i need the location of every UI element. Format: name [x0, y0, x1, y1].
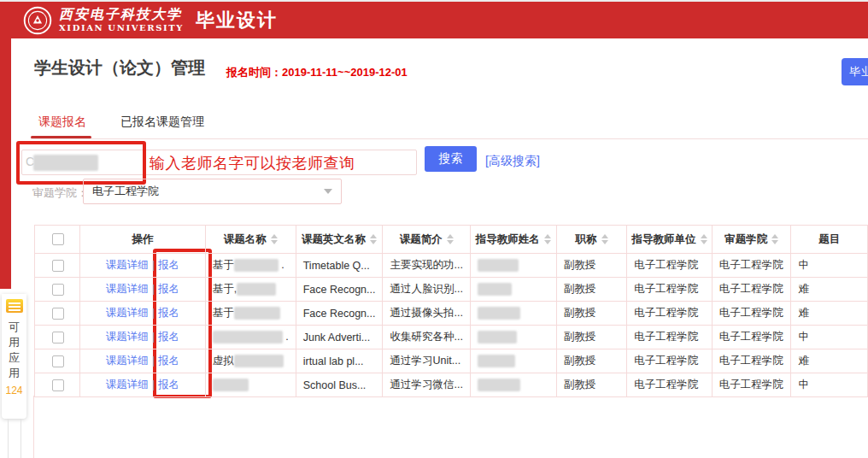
difficulty-cell: 中	[791, 326, 868, 349]
table-row: 课题详细|报名基于 .Timetable Q...主要实现的功...副教授电子工…	[35, 254, 868, 278]
teacher-name-cell	[470, 254, 556, 278]
corner-clipped-button[interactable]: 毕业	[842, 58, 868, 85]
tab-registered-topics[interactable]: 已报名课题管理	[120, 114, 204, 130]
review-college-cell: 电子工程学院	[712, 373, 791, 397]
topic-en-name-cell: Face Recogn...	[296, 302, 383, 326]
redacted-text	[478, 259, 519, 272]
teacher-name-cell	[470, 349, 556, 373]
redacted-text	[478, 379, 520, 391]
topic-en-name-cell: School Bus...	[296, 373, 383, 397]
topic-en-name-cell: Junk Adverti...	[296, 326, 383, 349]
row-checkbox[interactable]	[52, 308, 64, 320]
redacted-text	[478, 355, 515, 367]
advanced-search-link[interactable]: [高级搜索]	[485, 154, 540, 169]
teacher-unit-cell: 电子工程学院	[627, 373, 713, 397]
topic-detail-link[interactable]: 课题详细	[106, 355, 149, 367]
table-row: 课题详细|报名School Bus...通过学习微信...副教授电子工程学院电子…	[35, 373, 868, 397]
teacher-title-cell: 副教授	[556, 326, 626, 349]
table-header-cell-3[interactable]: 课题英文名称	[296, 226, 383, 254]
table-header-cell-9: 题目	[791, 226, 868, 254]
table-header-cell-7[interactable]: 指导教师单位	[627, 226, 713, 254]
table-header-cell-6[interactable]: 职称	[556, 226, 626, 254]
table-row: 课题详细|报名基于,Face Recogn...通过人脸识别...副教授电子工程…	[35, 278, 868, 302]
row-checkbox[interactable]	[52, 379, 64, 391]
redacted-text	[213, 379, 249, 391]
teacher-title-cell: 副教授	[556, 373, 626, 397]
sort-icon[interactable]	[771, 234, 778, 244]
link-separator: |	[152, 259, 155, 271]
topic-desc-cell: 通过学习微信...	[383, 373, 470, 397]
topic-name-cell: 基于,	[205, 278, 296, 302]
register-link[interactable]: 报名	[158, 355, 179, 367]
sort-icon[interactable]	[271, 234, 278, 244]
sort-icon[interactable]	[601, 234, 608, 244]
review-college-cell: 电子工程学院	[712, 254, 791, 278]
topic-name-cell: .	[205, 326, 296, 349]
link-separator: |	[152, 283, 155, 295]
topic-en-name-cell: Timetable Q...	[296, 254, 383, 278]
college-filter-value: 电子工程学院	[92, 184, 159, 199]
teacher-title-cell: 副教授	[556, 349, 626, 373]
link-separator: |	[152, 331, 155, 343]
select-all-checkbox[interactable]	[52, 233, 64, 245]
review-college-cell: 电子工程学院	[712, 278, 791, 302]
topic-detail-link[interactable]: 课题详细	[106, 283, 149, 295]
table-header-cell-8[interactable]: 审题学院	[712, 226, 791, 254]
teacher-title-cell: 副教授	[556, 278, 626, 302]
app-title: 毕业设计	[196, 8, 278, 33]
teacher-unit-cell: 电子工程学院	[627, 254, 713, 278]
page-title: 学生设计（论文）管理	[34, 56, 205, 79]
table-row: 课题详细|报名虚拟irtual lab pl...通过学习Unit...副教授电…	[35, 349, 868, 373]
register-link[interactable]: 报名	[158, 259, 179, 271]
available-apps-tab[interactable]: 可用应用 124	[2, 294, 26, 419]
tab-topic-registration[interactable]: 课题报名	[38, 114, 86, 130]
topic-desc-cell: 主要实现的功...	[383, 254, 470, 278]
row-checkbox[interactable]	[52, 260, 64, 272]
search-button[interactable]: 搜索	[425, 146, 477, 172]
redacted-text	[234, 307, 280, 320]
review-college-cell: 电子工程学院	[712, 349, 791, 373]
topic-detail-link[interactable]: 课题详细	[106, 259, 149, 271]
topic-detail-link[interactable]: 课题详细	[106, 307, 149, 319]
topic-detail-link[interactable]: 课题详细	[106, 331, 149, 343]
redacted-text	[478, 283, 512, 296]
topic-name-cell: 虚拟	[205, 349, 296, 373]
row-checkbox[interactable]	[52, 355, 64, 367]
review-college-cell: 电子工程学院	[712, 302, 791, 326]
sort-icon[interactable]	[544, 234, 551, 244]
redacted-text	[234, 259, 279, 272]
register-link[interactable]: 报名	[158, 379, 179, 390]
row-checkbox[interactable]	[52, 284, 64, 296]
table-header-cell-2[interactable]: 课题名称	[205, 226, 296, 254]
redacted-text	[213, 331, 283, 344]
column-header-label: 职称	[576, 232, 597, 247]
table-header-cell-4[interactable]: 课题简介	[383, 226, 470, 254]
table-header-cell-5[interactable]: 指导教师姓名	[470, 226, 556, 254]
link-separator: |	[152, 355, 155, 367]
college-filter-select[interactable]: 电子工程学院	[83, 179, 342, 204]
column-header-label: 课题名称	[224, 232, 267, 247]
sort-icon[interactable]	[370, 234, 377, 244]
register-link[interactable]: 报名	[158, 307, 179, 319]
search-input-redacted-value	[33, 155, 98, 171]
column-header-label: 指导教师姓名	[476, 232, 540, 247]
register-link[interactable]: 报名	[158, 283, 179, 295]
table-row: 课题详细|报名 .Junk Adverti...收集研究各种...副教授电子工程…	[35, 326, 868, 349]
redacted-text	[234, 355, 284, 367]
table-header-cell-1: 操作	[80, 226, 206, 254]
topic-name-cell: 基于	[205, 302, 296, 326]
difficulty-cell: 难	[791, 278, 868, 302]
topic-en-name-cell: irtual lab pl...	[296, 349, 383, 373]
difficulty-cell: 中	[791, 254, 868, 278]
available-apps-vertical-label: 可用应用	[9, 320, 20, 381]
header-bar: 西安电子科技大学 XIDIAN UNIVERSITY 毕业设计	[0, 2, 868, 38]
register-link[interactable]: 报名	[158, 331, 179, 343]
topic-detail-link[interactable]: 课题详细	[106, 379, 149, 390]
left-red-strip	[0, 38, 11, 289]
teacher-unit-cell: 电子工程学院	[627, 326, 713, 349]
row-checkbox[interactable]	[52, 332, 64, 344]
redacted-text	[478, 331, 517, 344]
sort-icon[interactable]	[447, 234, 454, 244]
sort-icon[interactable]	[701, 234, 707, 244]
sidebar-char: 可	[9, 320, 20, 335]
